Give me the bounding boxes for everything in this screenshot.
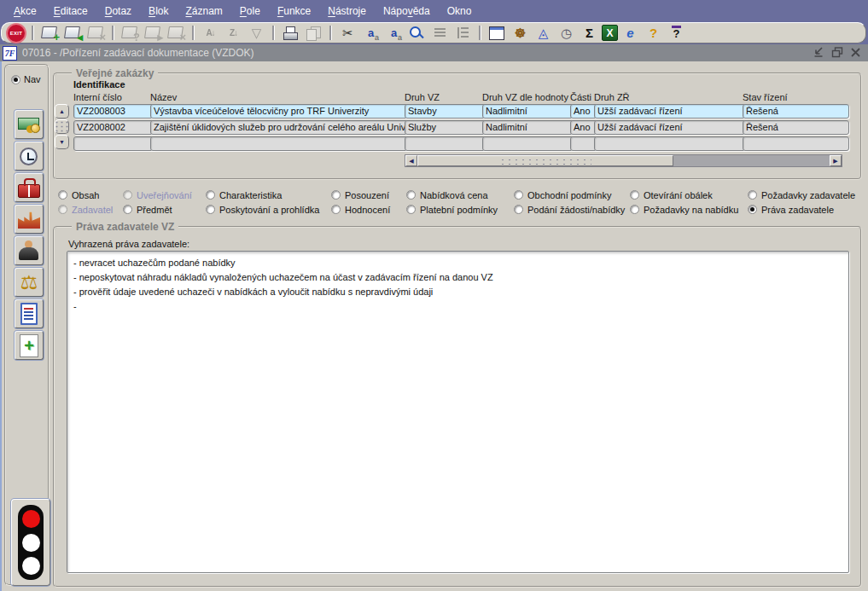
grid-cell-r0-c5[interactable]: Užší zadávací řízení <box>594 104 747 119</box>
radio-zadavatel[interactable]: Zadavatel <box>58 204 113 215</box>
excel-icon[interactable]: X <box>602 25 618 41</box>
alarm-clock-icon <box>19 146 39 166</box>
finance-button[interactable] <box>15 110 44 139</box>
menu-item-nastroje[interactable]: Nástroje <box>319 5 375 17</box>
businessman-icon <box>18 240 40 261</box>
deadlines-button[interactable] <box>15 142 44 171</box>
clock-icon[interactable]: ◷ <box>556 24 577 42</box>
sort-ascending-icon: A↓ <box>200 24 221 42</box>
toolbox-icon <box>18 178 40 198</box>
evaluation-button[interactable]: ⚖ <box>15 268 44 297</box>
print-icon[interactable] <box>280 24 301 42</box>
radio-posouzeni[interactable]: Posouzení <box>331 189 389 200</box>
radio-prava-zadavatele[interactable]: Práva zadavatele <box>748 204 834 215</box>
record-scroll-down-icon[interactable]: ▼ <box>55 135 69 149</box>
grid-cell-r0-c1[interactable]: Výstavba víceúčelové tělocvičny pro TRF … <box>150 104 410 119</box>
radio-platebni-podminky[interactable]: Platební podmínky <box>406 204 498 215</box>
factory-icon <box>18 210 40 229</box>
grid-cell-r2-c1[interactable] <box>150 136 410 151</box>
menu-item-napoveda[interactable]: Nápověda <box>375 5 439 17</box>
helm-icon[interactable]: ☸ <box>510 24 531 42</box>
toolbox-button[interactable] <box>15 173 44 202</box>
traffic-lamp-white <box>22 534 40 552</box>
record-scroll-up-icon[interactable]: ▲ <box>55 104 69 119</box>
grid-cell-r1-c6[interactable]: Řešená <box>743 120 849 135</box>
grid-cell-r1-c5[interactable]: Užší zadávací řízení <box>594 120 747 135</box>
scroll-left-icon[interactable]: ◀ <box>405 155 417 166</box>
radio-label: Hodnocení <box>345 205 390 215</box>
record-scroll-track[interactable] <box>55 119 69 134</box>
grid-cell-r2-c6[interactable] <box>743 136 849 151</box>
radio-obsah[interactable]: Obsah <box>58 189 99 200</box>
copy-icon[interactable]: a <box>360 24 382 42</box>
grid-cell-r2-c5[interactable] <box>594 136 747 151</box>
nav-radio[interactable]: Nav <box>11 74 41 84</box>
scrollbar-thumb[interactable] <box>417 155 673 166</box>
grid-cell-r1-c3[interactable]: Nadlimitní <box>482 120 575 135</box>
menu-item-zaznam[interactable]: Záznam <box>177 5 230 17</box>
grid-cell-r1-c0[interactable]: VZ2008002 <box>73 120 155 135</box>
menu-item-blok[interactable]: Blok <box>140 5 177 17</box>
rights-textarea[interactable]: - nevracet uchazečům podané nabídky - ne… <box>67 251 849 573</box>
menu-item-okno[interactable]: Okno <box>439 5 481 17</box>
menu-item-dotaz[interactable]: Dotaz <box>96 5 140 17</box>
menu-item-editace[interactable]: Editace <box>45 5 96 17</box>
radio-hodnoceni[interactable]: Hodnocení <box>331 204 390 215</box>
add-record-icon[interactable]: + <box>39 24 61 42</box>
radio-circle <box>630 205 639 214</box>
grid-cell-r0-c3[interactable]: Nadlimitní <box>482 104 575 119</box>
search-icon[interactable] <box>406 24 428 42</box>
radio-pozadavky-zadavatele[interactable]: Požadavky zadavatele <box>748 189 855 200</box>
column-header-casti: Části <box>570 92 591 102</box>
browser-icon[interactable]: e <box>620 24 641 42</box>
grid-cell-r2-c2[interactable] <box>405 136 487 151</box>
grid-cell-r0-c6[interactable]: Řešená <box>743 104 849 119</box>
radio-pozadavky-na-nabidku[interactable]: Požadavky na nabídku <box>630 204 738 215</box>
sigma-icon[interactable]: Σ <box>579 24 600 42</box>
menu-item-pole[interactable]: Pole <box>231 5 269 17</box>
radio-label: Obchodní podmínky <box>527 190 611 200</box>
form-card-icon[interactable] <box>486 24 508 42</box>
menu-item-funkce[interactable]: Funkce <box>269 5 319 17</box>
close-icon[interactable] <box>849 47 862 58</box>
help-consult-icon[interactable]: ? <box>643 24 664 42</box>
cut-icon[interactable]: ✂ <box>337 24 358 42</box>
menu-item-akce[interactable]: Akce <box>5 5 45 17</box>
traffic-light-button[interactable] <box>11 499 50 586</box>
grid-cell-r2-c0[interactable] <box>73 136 155 151</box>
radio-uverejnovani[interactable]: Uveřejňování <box>123 189 192 200</box>
grid-cell-r1-c1[interactable]: Zajištění úklidových služeb pro udržován… <box>150 120 410 135</box>
suppliers-button[interactable] <box>15 205 44 234</box>
radio-otevirani-obalek[interactable]: Otevírání obálek <box>630 189 713 200</box>
scales-icon: ⚖ <box>20 273 38 293</box>
new-document-button[interactable] <box>15 331 44 360</box>
radio-charakteristika[interactable]: Charakteristika <box>206 189 282 200</box>
rights-field-label: Vyhrazená práva zadavatele: <box>68 239 189 249</box>
grid-cell-r0-c0[interactable]: VZ2008003 <box>73 104 155 119</box>
grid-cell-r1-c2[interactable]: Služby <box>405 120 487 135</box>
grid-cell-r2-c3[interactable] <box>482 136 575 151</box>
radio-circle <box>514 205 523 214</box>
pyramid-icon[interactable]: ◬ <box>533 24 554 42</box>
radio-label: Práva zadavatele <box>761 205 834 215</box>
radio-nabidkova-cena[interactable]: Nabídková cena <box>406 189 488 200</box>
minimize-icon[interactable] <box>812 47 824 58</box>
restore-icon[interactable] <box>830 47 843 58</box>
accept-record-icon[interactable]: ◂ <box>62 24 84 42</box>
exit-button[interactable]: EXIT <box>6 23 26 43</box>
cancel-query-icon: × <box>166 24 187 42</box>
radio-podani-zadosti-nabidky[interactable]: Podání žádosti/nabídky <box>514 204 625 215</box>
radio-predmet[interactable]: Předmět <box>123 204 172 215</box>
window-controls <box>812 47 862 58</box>
grid-cell-r0-c2[interactable]: Stavby <box>405 104 487 119</box>
horizontal-scrollbar[interactable]: ◀ ▶ <box>405 154 842 167</box>
documents-button[interactable] <box>15 299 44 328</box>
radio-poskytovani-a-prohlidka[interactable]: Poskytování a prohlídka <box>206 204 319 215</box>
radio-obchodni-podminky[interactable]: Obchodní podmínky <box>514 189 611 200</box>
nav-radio-label: Nav <box>24 74 41 84</box>
scroll-right-icon[interactable]: ▶ <box>830 155 842 166</box>
paste-icon[interactable]: a <box>383 24 405 42</box>
persons-button[interactable] <box>15 236 44 265</box>
help-icon[interactable]: ? <box>666 24 687 42</box>
radio-circle <box>406 205 416 214</box>
